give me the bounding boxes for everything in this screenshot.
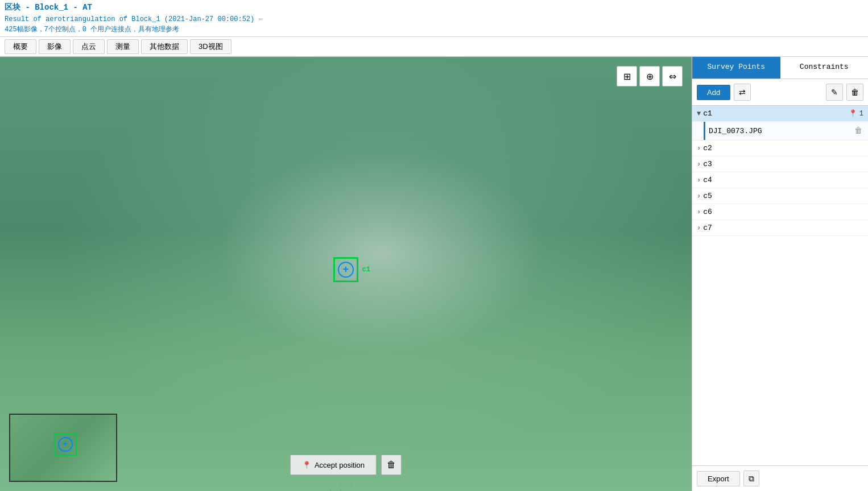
chevron-icon-c5: › <box>697 192 701 200</box>
tab-survey[interactable]: 测量 <box>107 39 139 54</box>
copy-button[interactable]: ⧉ <box>743 471 759 486</box>
item-label-c4: c4 <box>703 176 863 184</box>
tree-item-c4[interactable]: › c4 <box>692 172 868 188</box>
tree-item-c3[interactable]: › c3 <box>692 156 868 172</box>
delete-position-button[interactable]: 🗑 <box>381 455 402 475</box>
grid-tool-button[interactable]: ⊞ <box>617 66 637 86</box>
child-label-dji0073: DJI_0073.JPG <box>709 127 851 135</box>
pin-icon-c1: 📍 <box>849 109 857 118</box>
drag-dots: · · · · · <box>329 481 363 491</box>
tree-item-c7[interactable]: › c7 <box>692 220 868 236</box>
panel-toolbar: Add ⇄ ✎ 🗑 <box>692 79 868 106</box>
tab-survey-points[interactable]: Survey Points <box>692 57 780 79</box>
subtitle: Result of aerotriangulation of Block_1 (… <box>5 14 863 23</box>
import-button[interactable]: ⇄ <box>734 84 751 101</box>
tree-item-c1[interactable]: ▼ c1 📍 1 <box>692 106 868 122</box>
chevron-icon-c6: › <box>697 208 701 216</box>
delete-button[interactable]: 🗑 <box>846 84 863 101</box>
item-label-c5: c5 <box>703 192 863 200</box>
count-c1: 1 <box>859 110 863 118</box>
crosshair-circle <box>338 262 354 278</box>
tree-item-c5[interactable]: › c5 <box>692 188 868 204</box>
mini-crosshair-inner <box>58 437 73 452</box>
map-toolbar: ⊞ ⊕ ⇔ <box>617 66 683 86</box>
main-layout: ⊞ ⊕ ⇔ c1 📍 Accept position 🗑 <box>0 57 868 491</box>
chevron-icon-c2: › <box>697 145 701 152</box>
tree-panel: ▼ c1 📍 1 DJI_0073.JPG 🗑 › c2 › c3 <box>692 106 868 465</box>
accept-position-button[interactable]: 📍 Accept position <box>290 455 377 475</box>
tab-overview[interactable]: 概要 <box>5 39 36 54</box>
drag-handle[interactable]: · · · · · <box>329 484 363 491</box>
chevron-icon-c4: › <box>697 176 701 184</box>
tree-item-c6[interactable]: › c6 <box>692 204 868 220</box>
tab-images[interactable]: 影像 <box>39 39 71 54</box>
add-button[interactable]: Add <box>697 85 730 100</box>
tree-child-inner: DJI_0073.JPG 🗑 <box>704 122 868 140</box>
chevron-icon: ▼ <box>697 110 701 118</box>
header: 区块 - Block_1 - AT Result of aerotriangul… <box>0 0 868 37</box>
crosshair-label: c1 <box>362 266 370 274</box>
item-label-c3: c3 <box>703 160 863 168</box>
tree-child-dji0073: DJI_0073.JPG 🗑 <box>692 122 868 141</box>
edit-icon[interactable]: ✏ <box>258 14 263 23</box>
info-text: 425幅影像，7个控制点，0 个用户连接点，具有地理参考 <box>5 24 863 34</box>
item-label-c1: c1 <box>703 109 849 118</box>
item-label-c2: c2 <box>703 144 863 152</box>
main-tabs: 概要 影像 点云 测量 其他数据 3D视图 <box>0 37 868 57</box>
item-label-c6: c6 <box>703 208 863 216</box>
accept-btn-area: 📍 Accept position 🗑 <box>290 455 402 475</box>
item-label-c7: c7 <box>703 224 863 232</box>
chevron-icon-c7: › <box>697 224 701 232</box>
page-title: 区块 - Block_1 - AT <box>5 2 863 13</box>
export-button[interactable]: Export <box>697 471 740 486</box>
chevron-icon-c3: › <box>697 160 701 168</box>
crosshair-tool-button[interactable]: ⊕ <box>639 66 660 86</box>
tab-3d[interactable]: 3D视图 <box>190 39 232 54</box>
mini-map <box>9 414 117 482</box>
delete-child-button[interactable]: 🗑 <box>851 125 866 137</box>
edit-button[interactable]: ✎ <box>826 84 843 101</box>
pin-icon: 📍 <box>302 461 311 469</box>
measure-tool-button[interactable]: ⇔ <box>662 66 683 86</box>
mini-crosshair-outer <box>54 433 77 456</box>
tab-pointcloud[interactable]: 点云 <box>73 39 105 54</box>
crosshair-outer-box: c1 <box>333 257 358 282</box>
tab-constraints[interactable]: Constraints <box>780 57 869 79</box>
main-crosshair: c1 <box>333 257 358 282</box>
right-panel: Survey Points Constraints Add ⇄ ✎ 🗑 ▼ c1… <box>692 57 868 491</box>
map-area[interactable]: ⊞ ⊕ ⇔ c1 📍 Accept position 🗑 <box>0 57 692 491</box>
tree-item-c2[interactable]: › c2 <box>692 141 868 156</box>
tab-other[interactable]: 其他数据 <box>141 39 188 54</box>
mini-crosshair <box>54 433 77 456</box>
export-row: Export ⧉ <box>692 465 868 491</box>
panel-tabs: Survey Points Constraints <box>692 57 868 79</box>
